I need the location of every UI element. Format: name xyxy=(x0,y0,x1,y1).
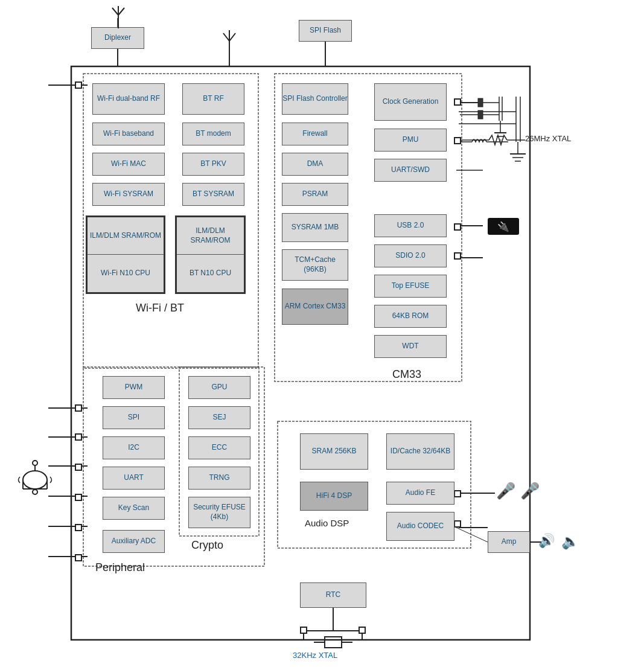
audio-dsp-label: Audio DSP xyxy=(305,518,349,528)
wifi-n10-block: Wi-Fi N10 CPU xyxy=(88,255,164,292)
crystal-symbol xyxy=(460,97,520,163)
uart-block: UART xyxy=(103,467,165,490)
aux-adc-block: Auxiliary ADC xyxy=(103,530,165,553)
svg-line-50 xyxy=(456,528,488,542)
spi-flash-ctrl-block: SPI Flash Controller xyxy=(282,83,348,115)
key-scan-block: Key Scan xyxy=(103,497,165,520)
usb-icon: 🔌 xyxy=(488,218,519,235)
hifi4-dsp-block: HiFi 4 DSP xyxy=(300,482,368,511)
mic2-icon: 🎤 xyxy=(520,482,540,500)
speaker2-icon: 🔈 xyxy=(561,533,579,550)
wifi-mac-block: Wi-Fi MAC xyxy=(92,153,165,176)
conn-bottom-1 xyxy=(300,627,307,634)
trng-block: TRNG xyxy=(188,467,250,490)
wifi-ilm-block: ILM/DLM SRAM/ROM xyxy=(88,217,164,255)
uart-swd-block: UART/SWD xyxy=(374,159,447,182)
conn-bottom-2 xyxy=(359,627,366,634)
mic1-icon: 🎤 xyxy=(496,482,515,500)
sram-256-block: SRAM 256KB xyxy=(300,433,368,470)
tcm-cache-block: TCM+Cache (96KB) xyxy=(282,249,348,281)
rom-64kb-block: 64KB ROM xyxy=(374,305,447,328)
conn-left-1 xyxy=(75,81,82,89)
security-efuse-block: Security EFUSE (4Kb) xyxy=(188,497,250,528)
i2c-block: I2C xyxy=(103,436,165,459)
conn-left-7 xyxy=(75,554,82,561)
cm33-label: CM33 xyxy=(392,368,421,381)
peripheral-label: Peripheral xyxy=(95,561,145,574)
usb20-block: USB 2.0 xyxy=(374,214,447,237)
spi-block: SPI xyxy=(103,406,165,429)
ecc-block: ECC xyxy=(188,436,250,459)
bt-modem-block: BT modem xyxy=(182,123,244,145)
pwm-block: PWM xyxy=(103,376,165,399)
conn-right-sdio xyxy=(454,252,461,260)
xtal-26-label: 26MHz XTAL xyxy=(525,134,571,143)
conn-right-codec xyxy=(454,520,461,528)
bt-n10-block: BT N10 CPU xyxy=(177,255,244,292)
conn-left-2 xyxy=(75,404,82,412)
wifi-rf-block: Wi-Fi dual-band RF xyxy=(92,83,165,115)
gpu-block: GPU xyxy=(188,376,250,399)
xtal-32-label: 32KHz XTAL xyxy=(293,651,337,660)
bt-pkv-block: BT PKV xyxy=(182,153,244,176)
svg-point-59 xyxy=(23,471,47,489)
bt-ilm-block: ILM/DLM SRAM/ROM xyxy=(177,217,244,255)
conn-left-5 xyxy=(75,494,82,501)
id-cache-block: ID/Cache 32/64KB xyxy=(386,433,454,470)
audio-fe-block: Audio FE xyxy=(386,482,454,505)
psram-block: PSRAM xyxy=(282,183,348,206)
pmu-connector-symbol xyxy=(460,136,526,148)
firewall-block: Firewall xyxy=(282,123,348,145)
pmu-block: PMU xyxy=(374,129,447,152)
bt-antenna-icon xyxy=(221,27,238,54)
svg-line-56 xyxy=(223,33,229,41)
svg-line-57 xyxy=(229,33,235,41)
diagram: Diplexer SPI Flash Wi-Fi dual-band RF BT… xyxy=(0,0,644,667)
top-efuse-block: Top EFUSE xyxy=(374,275,447,298)
amp-block: Amp xyxy=(488,531,530,553)
conn-left-3 xyxy=(75,433,82,441)
bt-rf-block: BT RF xyxy=(182,83,244,115)
conn-left-4 xyxy=(75,464,82,471)
conn-right-usb xyxy=(454,223,461,231)
audio-codec-block: Audio CODEC xyxy=(386,512,454,541)
dma-block: DMA xyxy=(282,153,348,176)
arm-cortex-block: ARM Cortex CM33 xyxy=(282,289,348,325)
svg-rect-68 xyxy=(478,98,483,107)
bt-sysram-block: BT SYSRAM xyxy=(182,183,244,206)
crypto-label: Crypto xyxy=(191,539,223,552)
wifi-bb-block: Wi-Fi baseband xyxy=(92,123,165,145)
diplexer-block: Diplexer xyxy=(91,27,144,49)
speaker1-icon: 🔊 xyxy=(538,533,555,549)
wdt-block: WDT xyxy=(374,335,447,358)
spi-flash-ext-block: SPI Flash xyxy=(299,20,352,42)
svg-point-65 xyxy=(33,490,37,494)
conn-left-6 xyxy=(75,524,82,531)
bell-icon xyxy=(17,450,53,498)
sysram-block: SYSRAM 1MB xyxy=(282,213,348,242)
rtc-block: RTC xyxy=(300,582,366,608)
svg-rect-69 xyxy=(478,110,483,119)
conn-right-audio-fe xyxy=(454,490,461,497)
wifi-sysram-block: Wi-Fi SYSRAM xyxy=(92,183,165,206)
sdio20-block: SDIO 2.0 xyxy=(374,244,447,267)
svg-line-52 xyxy=(112,8,118,15)
diplexer-antenna-icon xyxy=(110,3,127,28)
svg-line-53 xyxy=(118,8,124,15)
sej-block: SEJ xyxy=(188,406,250,429)
clock-gen-block: Clock Generation xyxy=(374,83,447,121)
wifi-bt-label: Wi-Fi / BT xyxy=(136,302,184,314)
svg-point-64 xyxy=(33,461,37,465)
svg-rect-35 xyxy=(325,637,342,648)
